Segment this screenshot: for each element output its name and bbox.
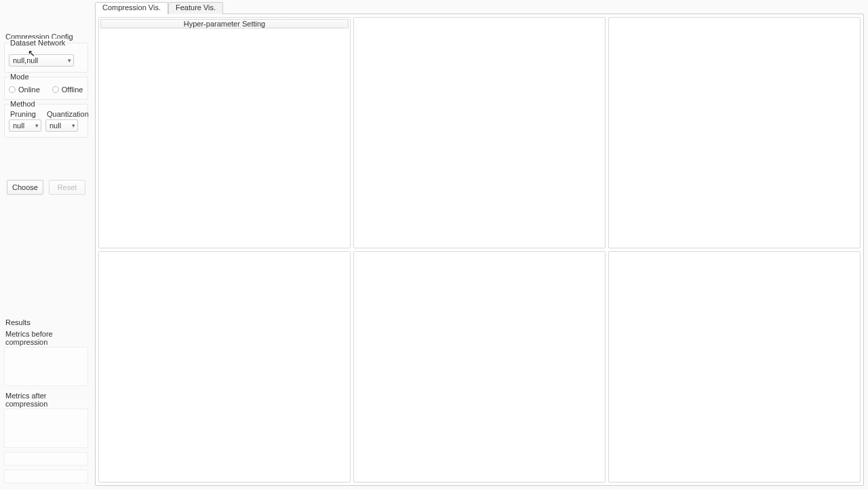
mode-offline-label: Offline <box>62 86 83 94</box>
method-label: Method <box>9 100 37 108</box>
radio-icon <box>52 86 59 93</box>
mode-label: Mode <box>9 73 31 81</box>
dataset-network-value: null,null <box>13 56 38 64</box>
tab-compression-vis[interactable]: Compression Vis. <box>95 2 168 14</box>
results-title: Results <box>3 317 90 328</box>
choose-button[interactable]: Choose <box>7 180 43 195</box>
panel-hyperparam: Hyper-parameter Setting <box>98 17 351 248</box>
mode-online-label: Online <box>18 86 40 94</box>
hyperparam-header: Hyper-parameter Setting <box>100 19 349 29</box>
panel-bottom-middle <box>353 251 606 483</box>
dataset-network-select[interactable]: null,null ▾ <box>9 54 74 67</box>
tab-body: Hyper-parameter Setting <box>95 14 864 486</box>
dataset-network-fieldset: Dataset Network null,null ▾ <box>4 43 88 73</box>
chevron-down-icon: ▾ <box>72 123 75 129</box>
metrics-before-label: Metrics before compression <box>3 328 90 347</box>
sidebar: Compression Config Dataset Network null,… <box>0 0 92 490</box>
dataset-network-label: Dataset Network <box>9 39 66 47</box>
panel-bottom-left <box>98 251 351 483</box>
quantization-select[interactable]: null ▾ <box>45 119 78 132</box>
results-block: Results Metrics before compression Metri… <box>3 317 90 487</box>
chevron-down-icon: ▾ <box>68 58 71 64</box>
main-area: Compression Vis. Feature Vis. Hyper-para… <box>92 0 868 490</box>
pruning-value: null <box>13 121 24 130</box>
metrics-extra-box-1 <box>4 452 88 466</box>
metrics-after-label: Metrics after compression <box>3 390 90 409</box>
quantization-label: Quantization <box>45 110 89 118</box>
tab-bar: Compression Vis. Feature Vis. <box>95 1 864 14</box>
pruning-select[interactable]: null ▾ <box>9 119 41 132</box>
panel-bottom-right <box>608 251 861 483</box>
mode-fieldset: Mode Online Offline <box>4 77 88 100</box>
method-fieldset: Method Pruning null ▾ Quantization null … <box>4 104 88 138</box>
quantization-value: null <box>50 121 61 130</box>
metrics-before-box <box>4 347 88 386</box>
tab-feature-vis[interactable]: Feature Vis. <box>168 2 223 14</box>
mode-online-radio[interactable]: Online <box>9 86 40 94</box>
radio-icon <box>9 86 16 93</box>
metrics-after-box <box>4 409 88 448</box>
chevron-down-icon: ▾ <box>35 123 39 129</box>
panel-top-right <box>608 17 861 248</box>
reset-button: Reset <box>49 180 85 195</box>
mode-offline-radio[interactable]: Offline <box>52 86 83 94</box>
panel-top-middle <box>353 17 606 248</box>
pruning-label: Pruning <box>9 110 41 118</box>
metrics-extra-box-2 <box>4 470 88 483</box>
